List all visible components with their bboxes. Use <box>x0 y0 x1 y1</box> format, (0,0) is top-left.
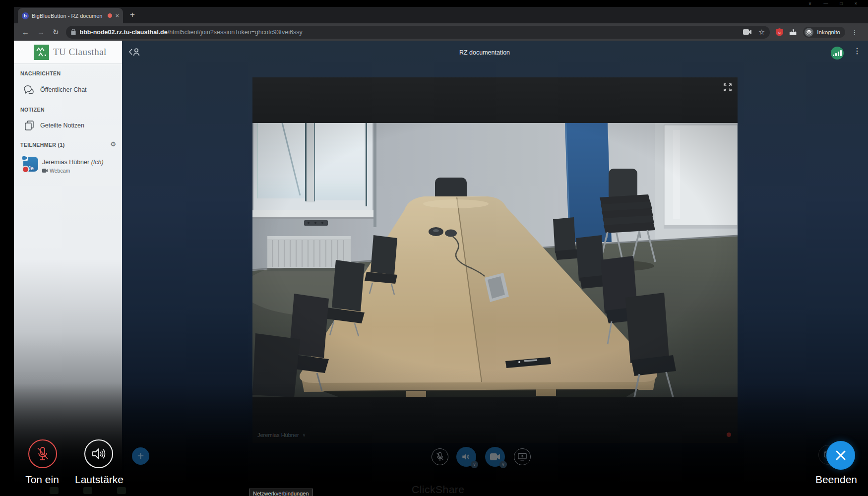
ghost-overlay-icon <box>83 487 92 494</box>
video-name-overlay[interactable]: Jeremias Hübner ∨ <box>257 432 306 438</box>
webcam-status-icon <box>42 169 48 173</box>
camera-ghost-button[interactable]: ∨ <box>485 447 505 467</box>
mic-muted-ghost-button[interactable] <box>432 448 448 465</box>
unmute-label: Ton ein <box>25 474 59 486</box>
window-minimize-icon[interactable]: — <box>823 1 828 6</box>
close-x-icon <box>835 450 846 461</box>
window-chevron-icon[interactable]: ∨ <box>808 1 812 6</box>
participants-heading: TEILNEHMER (1) <box>20 142 65 148</box>
audio-ghost-button[interactable]: ∨ <box>456 447 476 467</box>
incognito-label: Inkognito <box>817 29 840 35</box>
webcam-badge-icon <box>21 155 28 161</box>
microphone-muted-icon <box>36 446 49 461</box>
network-tooltip: Netzwerkverbindungen <box>249 489 313 496</box>
volume-button[interactable] <box>84 439 113 468</box>
options-menu-icon[interactable]: ⋮ <box>853 46 861 56</box>
url-host: bbb-node02.rz.tu-clausthal.de <box>80 29 168 36</box>
participants-settings-gear-icon[interactable]: ⚙ <box>110 140 116 148</box>
browser-toolbar: ← → ↻ bbb-node02.rz.tu-clausthal.de/html… <box>14 23 868 41</box>
browser-window: b BigBlueButton - RZ documen × + ← → ↻ b… <box>14 7 868 496</box>
url-text: bbb-node02.rz.tu-clausthal.de/html5clien… <box>80 29 739 36</box>
window-controls: ∨ — □ × <box>808 0 868 7</box>
sidebar-item-public-chat[interactable]: Öffentlicher Chat <box>14 81 122 98</box>
brand-name: TU Clausthal <box>53 47 107 58</box>
dimmed-action-cluster: ∨ ∨ <box>431 446 535 468</box>
participant-name: Jeremias Hübner (Ich) <box>42 159 104 166</box>
webcam-video-frame[interactable]: Jeremias Hübner ∨ <box>252 77 738 443</box>
extensions-zone: u Inkognito ⋮ <box>776 27 863 38</box>
shared-notes-label: Geteilte Notizen <box>40 122 84 129</box>
bookmark-star-icon[interactable]: ☆ <box>758 28 765 37</box>
volume-label: Lautstärke <box>75 474 124 486</box>
bigbluebutton-app: TU Clausthal NACHRICHTEN Öffentlicher Ch… <box>14 41 868 496</box>
video-recording-dot-icon <box>727 433 731 437</box>
ublock-extension-icon[interactable]: u <box>776 28 783 36</box>
participant-avatar[interactable]: Je <box>23 157 38 172</box>
sidebar-item-shared-notes[interactable]: Geteilte Notizen <box>14 117 122 134</box>
camera-in-use-icon[interactable] <box>743 29 751 35</box>
extensions-puzzle-icon[interactable] <box>789 28 797 36</box>
toggle-userlist-button[interactable] <box>129 48 141 58</box>
screenshare-ghost-button[interactable] <box>514 448 531 465</box>
back-icon[interactable]: ← <box>22 28 29 36</box>
tab-strip: b BigBlueButton - RZ documen × + <box>14 7 868 23</box>
clickshare-ghost-text: ClickShare <box>412 484 465 496</box>
tab-close-icon[interactable]: × <box>115 12 119 19</box>
video-name-chevron-icon: ∨ <box>303 433 306 437</box>
bigbluebutton-favicon: b <box>22 12 29 19</box>
speaker-icon <box>92 448 106 460</box>
notes-icon <box>24 121 35 130</box>
camera-options-chevron-icon[interactable]: ∨ <box>499 461 507 468</box>
window-maximize-icon[interactable]: □ <box>840 1 842 6</box>
incognito-spy-icon <box>805 28 813 37</box>
tab-title: BigBlueButton - RZ documen <box>32 13 105 19</box>
actions-plus-button[interactable]: + <box>132 447 149 465</box>
ghost-overlay-icon <box>50 487 59 494</box>
forward-icon[interactable]: → <box>37 28 45 36</box>
video-name-text: Jeremias Hübner <box>257 432 299 438</box>
tu-clausthal-logo <box>34 45 49 60</box>
screen: ∨ — □ × b BigBlueButton - RZ documen × +… <box>0 0 868 496</box>
participant-status-text: Webcam <box>50 168 70 174</box>
messages-heading: NACHRICHTEN <box>20 70 61 76</box>
svg-text:u: u <box>779 30 781 34</box>
connection-status-icon[interactable] <box>831 47 844 60</box>
participant-me-suffix: (Ich) <box>91 159 104 166</box>
browser-tab[interactable]: b BigBlueButton - RZ documen × <box>18 8 123 23</box>
chat-icon <box>24 85 35 94</box>
unmute-button[interactable] <box>28 439 57 468</box>
address-bar[interactable]: bbb-node02.rz.tu-clausthal.de/html5clien… <box>66 26 770 39</box>
audio-options-chevron-icon[interactable]: ∨ <box>471 461 478 468</box>
muted-badge-icon <box>22 166 29 173</box>
reload-icon[interactable]: ↻ <box>53 28 59 37</box>
incognito-badge: Inkognito <box>803 27 845 38</box>
end-call-label: Beenden <box>815 474 857 486</box>
fullscreen-icon[interactable] <box>724 83 732 93</box>
tab-recording-indicator-icon <box>108 13 112 18</box>
meeting-title: RZ documentation <box>459 49 510 56</box>
window-close-icon[interactable]: × <box>855 1 857 6</box>
ghost-overlay-icon <box>117 487 126 494</box>
lock-icon <box>71 29 76 35</box>
participant-status: Webcam <box>42 168 70 174</box>
notes-heading: NOTIZEN <box>20 107 45 113</box>
browser-menu-icon[interactable]: ⋮ <box>851 28 858 36</box>
brand-header: TU Clausthal <box>14 41 122 64</box>
bbb-sidebar: TU Clausthal NACHRICHTEN Öffentlicher Ch… <box>14 41 122 496</box>
public-chat-label: Öffentlicher Chat <box>40 86 87 93</box>
end-call-button[interactable] <box>826 441 855 470</box>
url-path: /html5client/join?sessionToken=ghcofc93t… <box>168 29 303 36</box>
new-tab-button[interactable]: + <box>130 10 135 20</box>
participant-name-text: Jeremias Hübner <box>42 159 89 166</box>
webcam-video-scene <box>252 123 738 397</box>
